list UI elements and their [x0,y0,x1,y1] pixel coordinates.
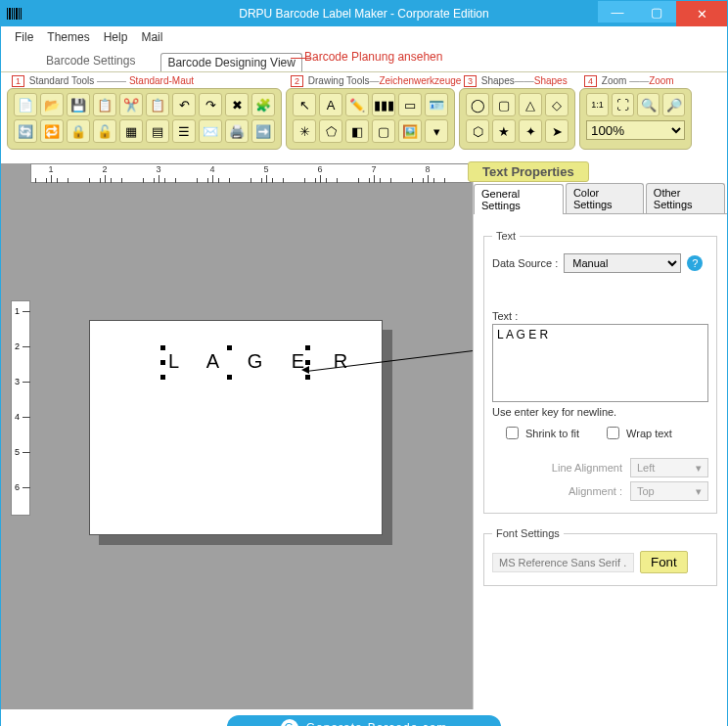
mail-icon[interactable]: ✉️ [199,119,222,143]
rotate-left-icon[interactable]: 🔄 [14,119,37,143]
triangle-icon[interactable]: △ [519,93,542,116]
menubar: File Themes Help Mail [1,26,727,48]
paste-icon[interactable]: 📋 [146,93,169,116]
legend-text: Text [492,230,520,242]
panel-tabs: General Settings Color Settings Other Se… [474,183,727,214]
shrink-checkbox[interactable]: Shrink to fit [502,424,579,442]
undo-icon[interactable]: ↶ [172,93,196,116]
brand-text: Generate-Barcode.com [306,721,448,726]
new-icon[interactable]: 📄 [14,93,37,116]
delete-icon[interactable]: ✖ [225,93,249,116]
text-label: Text : [492,310,518,322]
hex-icon[interactable]: ⬡ [466,119,489,143]
tab-barcode-settings[interactable]: Barcode Settings [40,52,141,71]
more-icon[interactable]: ▾ [425,119,448,143]
help-icon[interactable]: ? [687,255,703,271]
lock-icon[interactable]: 🔒 [67,119,90,143]
properties-panel: Text Properties General Settings Color S… [473,163,727,709]
save-icon[interactable]: 💾 [67,93,90,116]
alignment-select: Top▾ [630,481,708,501]
unlock-icon[interactable]: 🔓 [93,119,116,143]
group-label-de: Shapes [534,75,568,86]
rotate-right-icon[interactable]: 🔁 [40,119,64,143]
tab-other-settings[interactable]: Other Settings [646,183,725,213]
menu-file[interactable]: File [15,30,33,44]
minimize-button[interactable]: — [598,1,637,23]
rounded-rect-icon[interactable]: ▢ [492,93,516,116]
sel-handle[interactable] [305,375,310,380]
star-icon[interactable]: ★ [492,119,516,143]
copy-icon[interactable]: 📋 [93,93,116,116]
zoom-in-icon[interactable]: 🔍 [637,93,660,116]
menu-mail[interactable]: Mail [141,30,162,44]
cut-icon[interactable]: ✂️ [119,93,143,116]
annotation-barcode-view: Barcode Planung ansehen [304,50,442,64]
fieldset-text: Text Data Source : Manual ? Text : L A G… [483,230,717,514]
align-icon[interactable]: ☰ [172,119,196,143]
grid-icon[interactable]: ▦ [119,119,143,143]
sel-handle[interactable] [160,345,165,350]
wrap-checkbox[interactable]: Wrap text [603,424,672,442]
barcode-tool-icon[interactable]: ▮▮▮ [372,93,395,116]
tab-color-settings[interactable]: Color Settings [566,183,644,213]
shape1-icon[interactable]: ⬠ [319,119,342,143]
tab-designing-view[interactable]: Barcode Designing View [160,53,302,72]
ruler-vertical: 123456 [11,300,30,516]
legend-font: Font Settings [492,527,564,539]
pencil-icon[interactable]: ✏️ [345,93,369,116]
sel-handle[interactable] [305,360,310,365]
footer-brand: G Generate-Barcode.com [227,715,501,726]
group-label-de: Standard-Maut [129,75,194,86]
maximize-button[interactable]: ▢ [637,1,676,23]
card-tool-icon[interactable]: 🪪 [425,93,448,116]
close-button[interactable]: ✕ [676,1,727,26]
design-canvas[interactable]: L A G E R [89,320,383,535]
sel-handle[interactable] [227,375,232,380]
menu-themes[interactable]: Themes [47,30,89,44]
group-label-en: Standard Tools [29,75,95,86]
annotation-arrow-head [301,366,309,374]
title-bar: DRPU Barcode Label Maker - Corporate Edi… [1,1,727,26]
text-icon[interactable]: A [319,93,342,116]
zoom-fit-icon[interactable]: ⛶ [612,93,634,116]
pointer-icon[interactable]: ↖ [293,93,316,116]
tool-icon[interactable]: 🧩 [251,93,275,116]
sparkle-icon[interactable]: ✦ [519,119,542,143]
arrow-shape-icon[interactable]: ➤ [545,119,569,143]
star-path-icon[interactable]: ✳ [293,119,316,143]
ellipse-icon[interactable]: ◯ [466,93,489,116]
group-zoom: 4 Zoom ——Zoom 1:1 ⛶ 🔍 🔎 100% [579,88,692,150]
zoom-out-icon[interactable]: 🔎 [662,93,685,116]
frame-icon[interactable]: ▢ [372,119,395,143]
font-name-display: MS Reference Sans Serif . [492,553,634,572]
tab-general-settings[interactable]: General Settings [474,184,564,214]
callout-2: 2 [291,75,303,87]
line-alignment-label: Line Alignment [552,462,622,474]
zoom-actual-icon[interactable]: 1:1 [586,93,609,116]
datasource-select[interactable]: Manual [564,253,681,273]
sel-handle[interactable] [160,375,165,380]
table-icon[interactable]: ▤ [146,119,169,143]
rect-tool-icon[interactable]: ▭ [398,93,422,116]
print-icon[interactable]: 🖨️ [225,119,249,143]
sel-handle[interactable] [305,345,310,350]
image-icon[interactable]: 🖼️ [398,119,422,143]
zoom-select[interactable]: 100% [586,120,685,140]
sel-handle[interactable] [160,360,165,365]
fieldset-font: Font Settings MS Reference Sans Serif . … [483,527,717,586]
sel-handle[interactable] [227,345,232,350]
export-icon[interactable]: ➡️ [251,119,275,143]
app-icon [7,8,22,20]
line-alignment-select: Left▾ [630,458,708,477]
callout-3: 3 [464,75,477,87]
text-input[interactable]: L A G E R [492,324,708,402]
redo-icon[interactable]: ↷ [199,93,222,116]
canvas-text-object[interactable]: L A G E R [168,350,359,373]
group-drawing-tools: 2 Drawing Tools—Zeichenwerkzeuge ↖ A ✏️ … [286,88,455,150]
diamond-icon[interactable]: ◇ [545,93,569,116]
shape2-icon[interactable]: ◧ [345,119,369,143]
group-label-en: Shapes [481,75,515,86]
open-icon[interactable]: 📂 [40,93,64,116]
menu-help[interactable]: Help [104,30,128,44]
font-button[interactable]: Font [640,551,688,573]
